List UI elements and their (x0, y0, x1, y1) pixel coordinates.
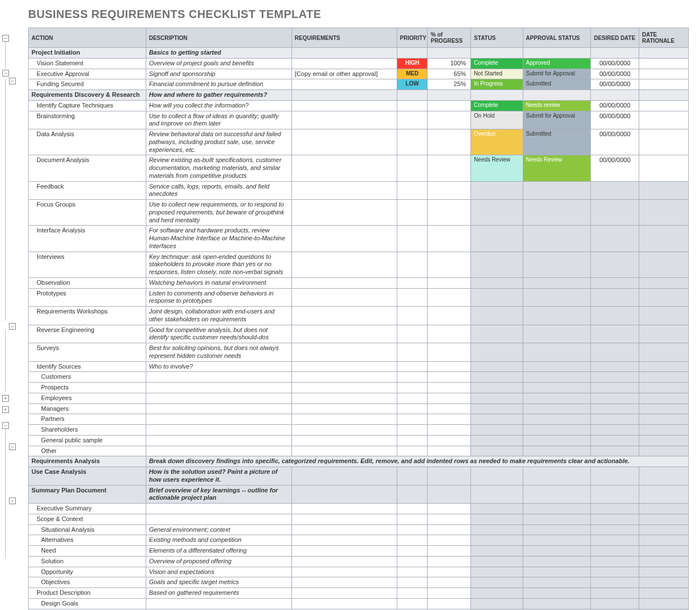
cell-requirements[interactable] (291, 307, 397, 325)
cell-priority[interactable] (397, 393, 428, 403)
table-row[interactable]: Managers (29, 403, 689, 414)
cell-action[interactable]: Customers (29, 372, 146, 383)
cell-date[interactable] (591, 524, 639, 535)
cell-priority[interactable] (397, 556, 428, 567)
cell-date[interactable] (591, 307, 639, 325)
cell-progress[interactable]: 25% (428, 79, 471, 90)
cell-date[interactable]: 00/00/0000 (591, 155, 639, 181)
table-row[interactable]: SurveysBest for soliciting opinions, but… (29, 343, 689, 362)
cell-rationale[interactable] (639, 546, 689, 557)
outline-collapse-icon[interactable] (9, 497, 16, 504)
cell-rationale[interactable] (639, 588, 689, 599)
cell-description[interactable]: Break down discovery findings into speci… (146, 456, 688, 467)
cell-priority[interactable] (397, 546, 428, 557)
cell-status[interactable] (471, 588, 523, 599)
cell-date[interactable] (591, 414, 639, 425)
cell-description[interactable]: Existing methods and competition (146, 535, 291, 546)
cell-action[interactable]: Document Analysis (29, 155, 146, 181)
cell-description[interactable]: How and where to gather requirements? (146, 90, 291, 101)
cell-status[interactable] (471, 556, 523, 567)
col-priority[interactable]: PRIORITY (397, 28, 428, 48)
cell-description[interactable]: Who to involve? (146, 361, 291, 372)
cell-rationale[interactable] (639, 325, 689, 343)
cell-priority[interactable] (397, 535, 428, 546)
cell-status[interactable] (471, 361, 523, 372)
cell-progress[interactable] (428, 577, 471, 588)
cell-action[interactable]: Brainstorming (29, 111, 146, 129)
cell-date[interactable] (591, 325, 639, 343)
cell-priority[interactable] (397, 425, 428, 436)
cell-action[interactable]: Identify Capture Techniques (29, 100, 146, 111)
col-date[interactable]: DESIRED DATE (591, 28, 639, 48)
cell-progress[interactable] (428, 100, 471, 111)
cell-rationale[interactable] (639, 598, 689, 609)
cell-progress[interactable] (428, 446, 471, 456)
cell-description[interactable]: Use to collect a flow of ideas in quanti… (146, 111, 291, 129)
cell-approval[interactable] (523, 288, 591, 307)
cell-progress[interactable] (428, 393, 471, 403)
table-row[interactable]: Customers (29, 372, 689, 383)
cell-rationale[interactable] (639, 446, 689, 456)
cell-date[interactable] (591, 514, 639, 524)
cell-approval[interactable] (523, 181, 591, 200)
cell-description[interactable]: Based on gathered requirements (146, 588, 291, 599)
cell-progress[interactable] (428, 48, 471, 59)
cell-requirements[interactable] (291, 90, 397, 101)
cell-requirements[interactable] (291, 129, 397, 155)
cell-action[interactable]: Employees (29, 393, 146, 403)
cell-approval[interactable] (523, 435, 591, 446)
cell-date[interactable] (591, 383, 639, 393)
table-row[interactable]: Situational AnalysisGeneral environment;… (29, 524, 689, 535)
cell-priority[interactable] (397, 577, 428, 588)
cell-requirements[interactable] (291, 383, 397, 393)
cell-priority[interactable] (397, 90, 428, 101)
cell-priority[interactable] (397, 325, 428, 343)
cell-description[interactable]: Overview of proposed offering (146, 556, 291, 567)
cell-date[interactable] (591, 435, 639, 446)
cell-description[interactable] (146, 514, 291, 524)
cell-date[interactable] (591, 343, 639, 362)
cell-requirements[interactable] (291, 100, 397, 111)
cell-priority[interactable] (397, 435, 428, 446)
cell-status[interactable] (471, 372, 523, 383)
cell-description[interactable]: Overview of project goals and benefits (146, 58, 291, 69)
cell-rationale[interactable] (639, 535, 689, 546)
cell-approval[interactable]: Needs Review (523, 155, 591, 181)
cell-status[interactable] (471, 383, 523, 393)
cell-date[interactable] (591, 535, 639, 546)
cell-status[interactable] (471, 485, 523, 504)
cell-progress[interactable] (428, 598, 471, 609)
cell-action[interactable]: Reverse Engineering (29, 325, 146, 343)
cell-status[interactable] (471, 535, 523, 546)
cell-priority[interactable] (397, 111, 428, 129)
cell-description[interactable] (146, 598, 291, 609)
cell-priority[interactable] (397, 155, 428, 181)
cell-status[interactable] (471, 226, 523, 252)
table-row[interactable]: Reverse EngineeringGood for competitive … (29, 325, 689, 343)
cell-action[interactable]: Prospects (29, 383, 146, 393)
cell-rationale[interactable] (639, 425, 689, 436)
cell-priority[interactable] (397, 588, 428, 599)
cell-requirements[interactable] (291, 504, 397, 514)
cell-description[interactable]: How is the solution used? Paint a pictur… (146, 467, 291, 486)
cell-requirements[interactable]: [Copy email or other approval] (291, 69, 397, 79)
col-status[interactable]: STATUS (471, 28, 523, 48)
cell-description[interactable] (146, 435, 291, 446)
cell-rationale[interactable] (639, 100, 689, 111)
cell-status[interactable]: Not Started (471, 69, 523, 79)
cell-action[interactable]: Vision Statement (29, 58, 146, 69)
cell-approval[interactable] (523, 504, 591, 514)
cell-approval[interactable] (523, 361, 591, 372)
cell-date[interactable] (591, 181, 639, 200)
cell-requirements[interactable] (291, 535, 397, 546)
cell-progress[interactable] (428, 129, 471, 155)
cell-description[interactable]: Elements of a differentiated offering (146, 546, 291, 557)
cell-approval[interactable] (523, 343, 591, 362)
cell-date[interactable] (591, 48, 639, 59)
cell-approval[interactable] (523, 467, 591, 486)
cell-priority[interactable] (397, 567, 428, 577)
table-row[interactable]: Interface AnalysisFor software and hardw… (29, 226, 689, 252)
table-row[interactable]: Summary Plan DocumentBrief overview of k… (29, 485, 689, 504)
outline-expand-icon[interactable] (2, 395, 9, 402)
cell-date[interactable] (591, 393, 639, 403)
